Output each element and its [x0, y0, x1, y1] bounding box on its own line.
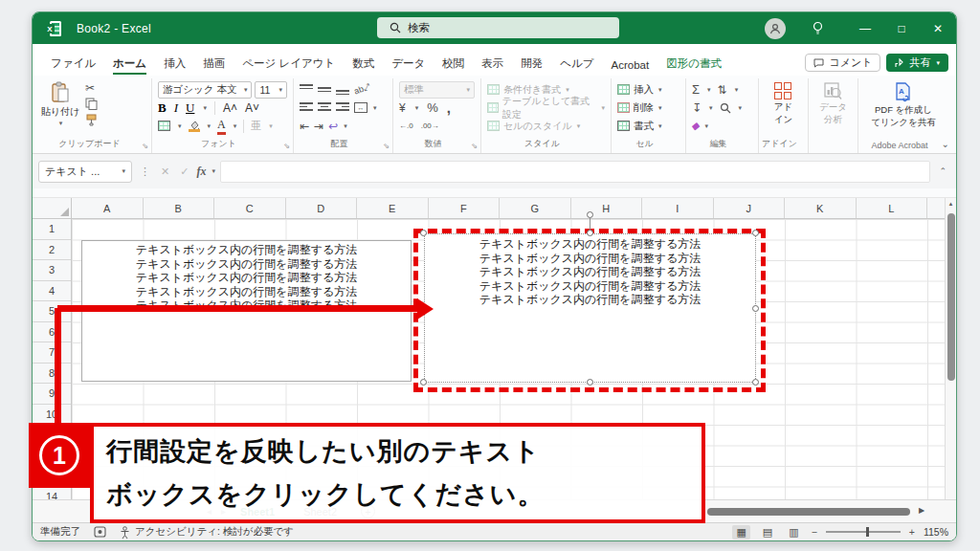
page-break-view-button[interactable]: ▥ — [785, 525, 802, 540]
column-header[interactable]: B — [144, 198, 215, 218]
borders-button[interactable] — [158, 121, 170, 131]
decrease-indent-button[interactable]: ⇤ — [300, 121, 309, 132]
cancel-entry-button[interactable]: ✕ — [158, 165, 172, 178]
column-header[interactable]: D — [286, 198, 358, 218]
italic-button[interactable]: I — [174, 100, 178, 116]
row-header[interactable]: 2 — [33, 240, 71, 261]
account-avatar[interactable] — [765, 18, 786, 39]
bold-button[interactable]: B — [158, 100, 167, 116]
copy-button[interactable] — [85, 98, 98, 110]
tab-developer[interactable]: 開発 — [512, 51, 551, 76]
collapse-ribbon-chevron[interactable]: ⌄ — [942, 139, 949, 149]
rotation-handle[interactable] — [587, 211, 593, 218]
wrap-text-button[interactable]: ↩ — [328, 121, 338, 132]
column-header[interactable]: A — [72, 198, 144, 218]
cut-button[interactable]: ✂ — [85, 82, 98, 94]
confirm-entry-button[interactable]: ✓ — [177, 165, 191, 178]
selection-handle-se[interactable] — [752, 379, 759, 386]
format-painter-button[interactable] — [85, 114, 98, 126]
increase-decimal-button[interactable]: ←.0 — [399, 121, 413, 130]
sort-filter-button[interactable]: ⇅ — [718, 84, 727, 96]
align-bottom-button[interactable] — [336, 84, 349, 95]
row-header[interactable]: 8 — [33, 364, 71, 385]
delete-cells-button[interactable]: 削除 — [634, 101, 654, 115]
paste-button[interactable]: 貼り付け ▾ — [38, 80, 82, 127]
zoom-in-button[interactable]: + — [909, 526, 915, 538]
search-box[interactable]: 検索 — [377, 17, 619, 38]
tab-acrobat[interactable]: Acrobat — [603, 54, 658, 76]
vertical-scrollbar[interactable]: ▲ — [945, 198, 956, 499]
column-header[interactable]: K — [785, 198, 857, 218]
insert-function-button[interactable]: fx — [196, 165, 206, 179]
row-header[interactable]: 6 — [33, 322, 71, 343]
align-middle-button[interactable] — [318, 84, 331, 95]
font-dialog-launcher[interactable]: ⇘ — [283, 142, 290, 150]
underline-button[interactable]: U — [186, 100, 194, 116]
vertical-scroll-thumb[interactable] — [947, 213, 955, 381]
fill-color-button[interactable] — [189, 120, 200, 132]
decrease-decimal-button[interactable]: .00→ — [421, 121, 439, 130]
font-color-button[interactable]: A — [217, 118, 226, 135]
accessibility-status[interactable]: アクセシビリティ: 検討が必要です — [120, 525, 294, 539]
tab-shape-format[interactable]: 図形の書式 — [657, 51, 730, 76]
column-header[interactable]: E — [357, 198, 429, 218]
expand-formula-bar-chevron[interactable]: ⌃ — [935, 166, 950, 176]
maximize-button[interactable]: □ — [883, 12, 920, 44]
column-header[interactable]: G — [500, 198, 571, 218]
row-header[interactable]: 1 — [33, 219, 71, 240]
data-analysis-button[interactable]: データ分析 — [812, 80, 855, 125]
page-layout-view-button[interactable]: ▤ — [759, 525, 776, 540]
column-header[interactable]: J — [714, 198, 786, 218]
font-name-select[interactable]: 游ゴシック 本文▾ — [158, 81, 252, 99]
find-select-button[interactable] — [720, 102, 731, 114]
autosum-button[interactable]: Σ — [692, 83, 700, 96]
number-dialog-launcher[interactable]: ⇘ — [471, 142, 478, 150]
orientation-button[interactable]: ab⤢ — [353, 81, 372, 97]
column-header-partial[interactable] — [927, 198, 945, 218]
normal-view-button[interactable]: ▦ — [732, 525, 749, 540]
selection-handle-n[interactable] — [587, 230, 593, 236]
column-header[interactable]: L — [857, 198, 928, 218]
zoom-slider-thumb[interactable] — [866, 527, 869, 537]
column-header[interactable]: I — [642, 198, 714, 218]
row-header[interactable]: 10 — [33, 405, 71, 426]
selection-handle-sw[interactable] — [420, 379, 427, 386]
align-top-button[interactable] — [300, 84, 313, 95]
clear-button[interactable]: ◆ — [691, 120, 702, 132]
selection-handle-ne[interactable] — [752, 230, 759, 236]
tab-page-layout[interactable]: ページ レイアウト — [234, 51, 344, 76]
select-all-corner[interactable] — [33, 198, 72, 219]
number-format-select[interactable]: 標準▾ — [399, 81, 475, 99]
merge-center-button[interactable]: ↔ — [354, 102, 368, 113]
selection-handle-s[interactable] — [587, 379, 593, 386]
tab-home[interactable]: ホーム — [104, 51, 155, 76]
addins-button[interactable]: アドイン — [762, 80, 805, 125]
selection-handle-nw[interactable] — [420, 230, 427, 236]
align-right-button[interactable] — [336, 102, 349, 113]
name-box[interactable]: テキスト ...▾ — [38, 161, 132, 183]
tab-review[interactable]: 校閲 — [434, 51, 473, 76]
create-pdf-button[interactable]: A PDF を作成してリンクを共有 — [861, 80, 946, 128]
row-header[interactable]: 3 — [33, 260, 71, 281]
cell-styles-button[interactable]: セルのスタイル — [503, 120, 572, 133]
alignment-dialog-launcher[interactable]: ⇘ — [383, 142, 390, 150]
shrink-font-button[interactable]: A˅ — [245, 101, 259, 115]
zoom-slider[interactable] — [826, 531, 901, 533]
tab-data[interactable]: データ — [383, 51, 434, 76]
insert-cells-button[interactable]: 挿入 — [634, 83, 654, 97]
fill-button[interactable]: ↧ — [692, 102, 702, 114]
column-header[interactable]: C — [214, 198, 286, 218]
comma-format-button[interactable]: , — [447, 100, 451, 115]
scroll-right-icon[interactable]: ▶ — [919, 506, 924, 515]
tab-help[interactable]: ヘルプ — [551, 51, 602, 76]
macro-record-icon[interactable] — [94, 526, 106, 538]
ruby-button[interactable]: 亜 — [251, 119, 261, 133]
scroll-up-icon[interactable]: ▲ — [946, 198, 956, 207]
tab-insert[interactable]: 挿入 — [155, 51, 194, 76]
textbox-target-selected[interactable]: テキストボックス内の行間を調整する方法テキストボックス内の行間を調整する方法テキ… — [424, 233, 756, 383]
grow-font-button[interactable]: A˄ — [223, 101, 237, 115]
tab-formulas[interactable]: 数式 — [344, 51, 383, 76]
row-header[interactable]: 7 — [33, 342, 71, 364]
zoom-level[interactable]: 115% — [924, 526, 948, 538]
increase-indent-button[interactable]: ⇥ — [314, 121, 323, 132]
